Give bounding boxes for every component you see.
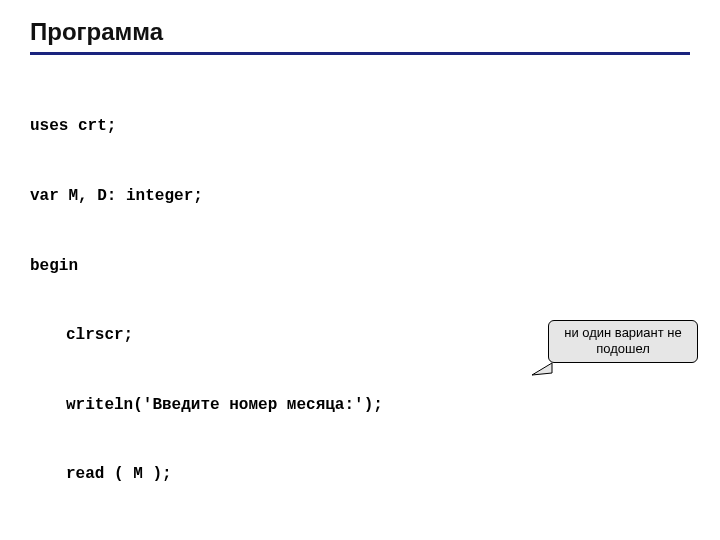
code-line: var M, D: integer; [30, 185, 690, 208]
callout: ни один вариант не подошел [548, 320, 698, 363]
svg-marker-0 [532, 363, 552, 375]
code-line: writeln('Введите номер месяца:'); [30, 394, 690, 417]
page-title: Программа [30, 18, 690, 46]
code-line: read ( M ); [30, 463, 690, 486]
title-divider [30, 52, 690, 55]
callout-text: ни один вариант не подошел [548, 320, 698, 363]
code-block: uses crt; var M, D: integer; begin clrsc… [30, 69, 690, 540]
code-line: uses crt; [30, 115, 690, 138]
code-line: begin [30, 255, 690, 278]
